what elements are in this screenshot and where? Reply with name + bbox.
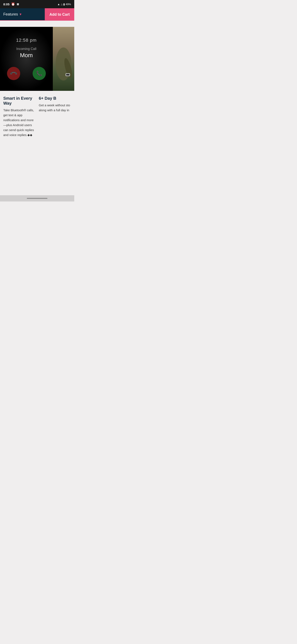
battery-percent: 49%: [66, 3, 71, 6]
media-icon: ⊠: [17, 3, 19, 6]
call-buttons: 📞 📞: [7, 67, 46, 80]
card-battery-title: 6+ Day B: [39, 96, 71, 101]
status-bar: 8:05 ⏰ ⊠ ▲ △ ▮ 49%: [0, 0, 74, 8]
svg-rect-4: [66, 74, 69, 76]
top-spacer: [0, 21, 74, 27]
bottom-spacer: [0, 142, 74, 195]
watch-display: 12:58 pm Incoming Call Mom 📞 📞: [0, 27, 53, 91]
add-to-cart-button[interactable]: Add to Cart: [45, 8, 74, 21]
status-time: 8:05: [3, 2, 9, 6]
decline-button: 📞: [7, 67, 20, 80]
accept-phone-icon: 📞: [36, 70, 42, 76]
battery-icon: ▮: [63, 3, 65, 6]
content-area: Smart in Every Way Take Bluetooth® calls…: [0, 91, 74, 142]
nav-bar: Features ▾ Add to Cart: [0, 8, 74, 21]
person-image: [53, 27, 74, 91]
image-row: 12:58 pm Incoming Call Mom 📞 📞: [0, 27, 74, 91]
accept-button: 📞: [32, 67, 46, 80]
features-label: Features: [3, 12, 18, 16]
status-icons-right: ▲ △ ▮ 49%: [57, 3, 71, 6]
home-indicator: [27, 198, 47, 199]
signal-icon: △: [61, 3, 62, 6]
card-smart-body: Take Bluetooth® calls, get text & app no…: [3, 108, 35, 138]
watch-screen-image: 12:58 pm Incoming Call Mom 📞 📞: [0, 27, 53, 91]
add-to-cart-label: Add to Cart: [49, 12, 70, 17]
decline-phone-icon: 📞: [9, 69, 18, 78]
card-battery-body: Get a week without sto along with a full…: [39, 103, 71, 113]
chevron-down-icon: ▾: [19, 12, 21, 16]
bottom-bar: [0, 195, 74, 202]
caller-name: Mom: [20, 52, 33, 58]
wifi-icon: ▲: [57, 3, 60, 6]
card-smart: Smart in Every Way Take Bluetooth® calls…: [3, 96, 37, 138]
person-background: [53, 27, 74, 91]
card-smart-title: Smart in Every Way: [3, 96, 35, 106]
alarm-icon: ⏰: [11, 2, 15, 6]
card-battery: 6+ Day B Get a week without sto along wi…: [37, 96, 71, 138]
cards-row: Smart in Every Way Take Bluetooth® calls…: [3, 96, 71, 138]
features-tab[interactable]: Features ▾: [0, 8, 45, 21]
incoming-call-label: Incoming Call: [16, 47, 36, 51]
watch-time: 12:58 pm: [16, 38, 37, 43]
status-left: 8:05 ⏰ ⊠: [3, 2, 19, 6]
